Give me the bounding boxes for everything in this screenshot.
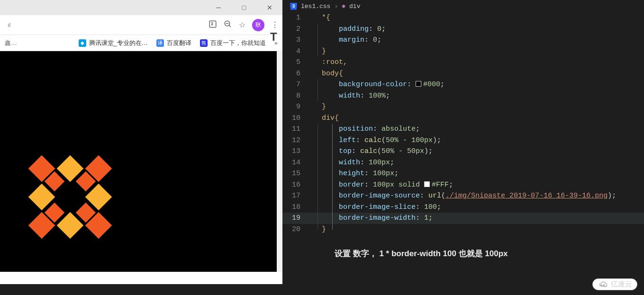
line-number: 9 (282, 101, 309, 113)
code-content: margin: 0; (309, 35, 381, 46)
line-number: 3 (282, 35, 309, 46)
close-button[interactable]: ✕ (260, 1, 280, 14)
svg-point-3 (603, 285, 605, 286)
code-content: border-image-slice: 100; (309, 202, 441, 213)
zoom-out-icon[interactable] (224, 20, 232, 30)
translate-icon[interactable] (209, 20, 217, 30)
minimize-button[interactable]: ─ (209, 1, 228, 14)
code-content: div{ (309, 113, 339, 124)
code-content: :root, (309, 57, 347, 68)
bookmark-label: 腾讯课堂_专业的在… (89, 39, 148, 47)
line-number: 15 (282, 168, 309, 179)
code-line[interactable]: 7 background-color: #000; (282, 79, 644, 90)
line-number: 14 (282, 157, 309, 169)
code-line[interactable]: 19 border-image-width: 1; (282, 213, 644, 224)
code-line[interactable]: 16 border: 100px solid #FFF; (282, 179, 644, 191)
code-line[interactable]: 10 div{ (282, 113, 644, 124)
code-content: left: calc(50% - 100px); (309, 135, 441, 146)
bookmark-star-icon[interactable]: ☆ (239, 20, 245, 29)
bookmarks-bar: 鑫… ◆ 腾讯课堂_专业的在… 译 百度翻译 熊 百度一下，你就知道 » (0, 35, 282, 51)
code-line[interactable]: 20 } (282, 224, 644, 235)
bookmark-item[interactable]: 译 百度翻译 (156, 39, 191, 47)
code-content: height: 100px; (309, 168, 399, 179)
favicon-icon: 熊 (200, 39, 208, 47)
line-number: 8 (282, 90, 309, 102)
code-content: border-image-source: url(./img/Snipaste_… (309, 190, 616, 202)
favicon-icon: 译 (156, 39, 164, 47)
code-content: border-image-width: 1; (309, 213, 433, 224)
code-content: padding: 0; (309, 24, 386, 35)
code-line[interactable]: 6 body{ (282, 68, 644, 80)
breadcrumb: 3 les1.css › ✱ div (282, 0, 644, 12)
code-line[interactable]: 13 top: calc(50% - 50px); (282, 146, 644, 157)
watermark-text: 亿速云 (611, 280, 632, 289)
window-titlebar: ─ □ ✕ (0, 0, 282, 15)
code-line[interactable]: 9 } (282, 101, 644, 113)
code-content: background-color: #000; (309, 79, 444, 90)
border-image-demo (28, 155, 114, 241)
browser-window: ─ □ ✕ ıl ☆ 耿 ⋮ 鑫… ◆ 腾讯课堂_专业的在… 译 百度翻译 熊 … (0, 0, 282, 284)
breadcrumb-file[interactable]: les1.css (301, 3, 330, 10)
page-viewport (0, 51, 282, 272)
line-number: 7 (282, 79, 309, 90)
url-fragment: ıl (4, 21, 11, 28)
code-content: body{ (309, 68, 343, 80)
code-content: width: 100%; (309, 90, 390, 102)
code-line[interactable]: 17 border-image-source: url(./img/Snipas… (282, 190, 644, 202)
code-line[interactable]: 4 } (282, 46, 644, 57)
line-number: 10 (282, 113, 309, 124)
line-number: 20 (282, 224, 309, 235)
bookmark-truncated[interactable]: 鑫… (5, 39, 17, 47)
background-letter: T (270, 30, 283, 40)
profile-avatar[interactable]: 耿 (252, 19, 264, 31)
line-number: 17 (282, 190, 309, 202)
code-area[interactable]: 1 *{2 padding: 0;3 margin: 0;4 }5 :root,… (282, 12, 644, 235)
code-line[interactable]: 15 height: 100px; (282, 168, 644, 179)
line-number: 16 (282, 179, 309, 191)
favicon-icon: ◆ (79, 39, 86, 47)
menu-icon[interactable]: ⋮ (271, 20, 279, 29)
line-number: 11 (282, 124, 309, 135)
code-line[interactable]: 11 position: absolute; (282, 124, 644, 135)
code-line[interactable]: 8 width: 100%; (282, 90, 644, 102)
bookmark-label: 百度一下，你就知道 (210, 39, 266, 47)
maximize-button[interactable]: □ (234, 1, 254, 14)
line-number: 5 (282, 57, 309, 68)
code-line[interactable]: 18 border-image-slice: 100; (282, 202, 644, 213)
annotation-text: 设置 数字， 1 * border-width 100 也就是 100px (282, 235, 644, 259)
code-line[interactable]: 5 :root, (282, 57, 644, 68)
breadcrumb-sep-icon: › (334, 3, 338, 10)
line-number: 6 (282, 68, 309, 80)
code-content: *{ (309, 12, 330, 24)
bookmark-label: 百度翻译 (167, 39, 191, 47)
code-content: position: absolute; (309, 124, 420, 135)
selector-icon: ✱ (342, 2, 345, 10)
bookmark-item[interactable]: ◆ 腾讯课堂_专业的在… (79, 39, 148, 47)
line-number: 13 (282, 146, 309, 157)
watermark: 亿速云 (592, 278, 637, 290)
svg-point-2 (601, 285, 602, 286)
code-line[interactable]: 1 *{ (282, 12, 644, 24)
code-line[interactable]: 3 margin: 0; (282, 35, 644, 46)
address-bar: ıl ☆ 耿 ⋮ (0, 15, 282, 35)
breadcrumb-selector[interactable]: div (349, 3, 360, 10)
line-number: 4 (282, 46, 309, 57)
scrollbar[interactable] (277, 51, 282, 272)
line-number: 12 (282, 135, 309, 146)
code-editor: 3 les1.css › ✱ div 1 *{2 padding: 0;3 ma… (282, 0, 644, 295)
code-content: } (309, 101, 326, 113)
line-number: 1 (282, 12, 309, 24)
code-content: width: 100px; (309, 157, 394, 169)
line-number: 19 (282, 213, 309, 224)
code-content: border: 100px solid #FFF; (309, 179, 453, 191)
code-line[interactable]: 14 width: 100px; (282, 157, 644, 169)
line-number: 2 (282, 24, 309, 35)
code-content: top: calc(50% - 50px); (309, 146, 433, 157)
code-line[interactable]: 12 left: calc(50% - 100px); (282, 135, 644, 146)
cloud-icon (598, 281, 608, 288)
bookmark-item[interactable]: 熊 百度一下，你就知道 (200, 39, 266, 47)
line-number: 18 (282, 202, 309, 213)
css-file-icon: 3 (290, 3, 297, 10)
code-line[interactable]: 2 padding: 0; (282, 24, 644, 35)
